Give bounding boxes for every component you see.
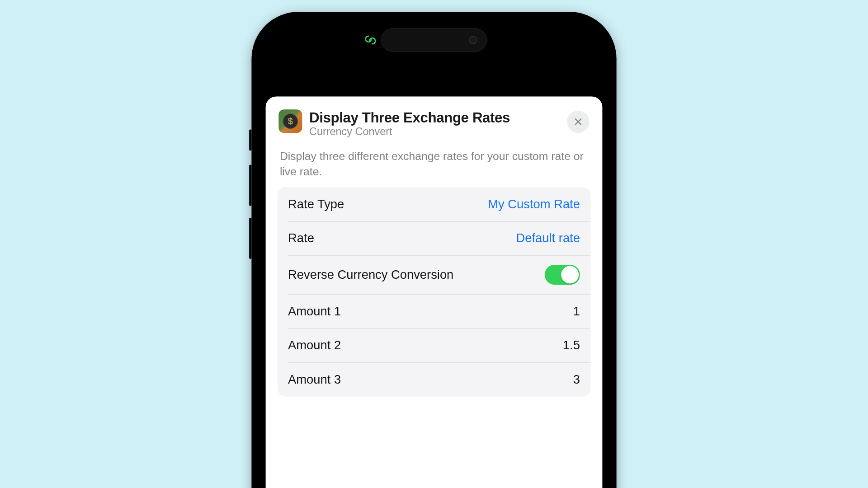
row-value: My Custom Rate (488, 197, 580, 211)
close-button[interactable] (567, 111, 589, 133)
row-label: Rate Type (288, 197, 344, 211)
row-label: Amount 1 (288, 305, 341, 319)
row-reverse-conversion: Reverse Currency Conversion (278, 255, 591, 294)
phone-frame: Display Three Exchange Rates Currency Co… (251, 12, 616, 488)
sheet-description: Display three different exchange rates f… (266, 138, 603, 187)
action-sheet: Display Three Exchange Rates Currency Co… (266, 97, 603, 488)
row-rate-type[interactable]: Rate Type My Custom Rate (278, 187, 591, 221)
row-label: Reverse Currency Conversion (288, 268, 453, 282)
activity-icon (364, 33, 377, 47)
row-label: Amount 2 (288, 338, 341, 352)
row-amount-1[interactable]: Amount 1 1 (278, 294, 591, 328)
settings-list: Rate Type My Custom Rate Rate Default ra… (278, 187, 591, 397)
phone-screen: Display Three Exchange Rates Currency Co… (260, 20, 609, 488)
dynamic-island (363, 28, 505, 52)
close-icon (574, 117, 583, 127)
camera-dot (469, 36, 477, 44)
row-value: Default rate (516, 231, 580, 245)
sheet-subtitle: Currency Convert (309, 126, 567, 138)
row-amount-2[interactable]: Amount 2 1.5 (278, 328, 591, 363)
row-label: Amount 3 (288, 373, 341, 387)
row-value: 1 (573, 305, 580, 319)
row-rate[interactable]: Rate Default rate (278, 221, 591, 256)
row-value: 3 (573, 373, 580, 387)
reverse-toggle[interactable] (545, 265, 580, 285)
sheet-title: Display Three Exchange Rates (309, 109, 567, 126)
row-amount-3[interactable]: Amount 3 3 (278, 362, 591, 397)
row-label: Rate (288, 231, 314, 245)
row-value: 1.5 (563, 338, 580, 352)
app-icon (278, 109, 302, 133)
